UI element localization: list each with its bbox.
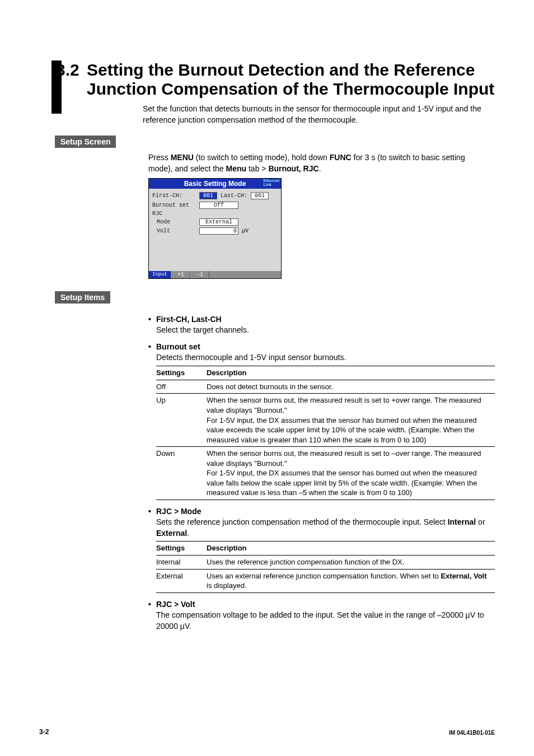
minus-one-button[interactable]: -1 (190, 271, 209, 278)
section-bar (51, 60, 62, 114)
text: (to switch to setting mode), hold down (194, 153, 330, 162)
cell-setting: Up (156, 394, 207, 447)
item-first-last: First-CH, Last-CH Select the target chan… (148, 315, 495, 336)
burnout-field[interactable]: Off (199, 202, 238, 209)
mode-field[interactable]: External (199, 218, 238, 226)
page: 3.2 Setting the Burnout Detection and th… (0, 0, 534, 756)
cell-desc: When the sensor burns out, the measured … (207, 394, 495, 447)
text: or (476, 517, 485, 526)
col-settings: Settings (156, 366, 207, 380)
item-rjc-volt: RJC > Volt The compensation voltage to b… (148, 600, 495, 632)
screenshot-body: First-CH: 001 Last-CH: 001 Burnout set O… (149, 189, 281, 271)
menu-path: Burnout, RJC (268, 164, 318, 173)
section-heading: 3.2 Setting the Burnout Detection and th… (39, 60, 495, 98)
setup-items-heading: Setup Items (55, 291, 110, 304)
table-row: Off Does not detect burnouts in the sens… (156, 380, 495, 394)
func-key: FUNC (330, 153, 352, 162)
first-ch-label: First-CH: (152, 193, 199, 199)
text: . (187, 529, 189, 538)
page-number: 3-2 (39, 728, 49, 736)
mode-label: Mode (152, 219, 199, 225)
table-row: External Uses an external reference junc… (156, 569, 495, 592)
cell-setting: External (156, 569, 207, 592)
table-row: Down When the sensor burns out, the meas… (156, 447, 495, 500)
cell-setting: Down (156, 447, 207, 500)
cell-desc: Does not detect burnouts in the sensor. (207, 380, 495, 394)
text: . (319, 164, 321, 173)
item-desc: Detects thermocouple and 1-5V input sens… (156, 352, 495, 363)
internal-bold: Internal (448, 517, 476, 526)
item-desc: The compensation voltage to be added to … (156, 610, 495, 632)
cell-desc: When the sensor burns out, the measured … (207, 447, 495, 500)
burnout-label: Burnout set (152, 202, 199, 208)
volt-unit: µV (242, 228, 249, 234)
doc-id: IM 04L41B01-01E (449, 730, 495, 736)
last-ch-label: Last-CH: (221, 193, 251, 199)
item-title: Burnout set (148, 342, 495, 351)
col-settings: Settings (156, 542, 207, 556)
burnout-table: Settings Description Off Does not detect… (156, 366, 495, 500)
setup-screen-instruction: Press MENU (to switch to setting mode), … (148, 152, 489, 174)
menu-key: MENU (171, 153, 194, 162)
col-description: Description (207, 542, 495, 556)
item-title: RJC > Volt (148, 600, 495, 609)
intro-paragraph: Set the function that detects burnouts i… (143, 104, 495, 125)
col-description: Description (207, 366, 495, 380)
rjc-label: RJC (152, 211, 199, 217)
item-desc: Sets the reference junction compensation… (156, 517, 495, 539)
plus-one-button[interactable]: +1 (171, 271, 190, 278)
table-row: Internal Uses the reference junction com… (156, 556, 495, 570)
last-ch-field[interactable]: 001 (251, 192, 269, 199)
first-ch-field[interactable]: 001 (199, 192, 217, 199)
table-row: Up When the sensor burns out, the measur… (156, 394, 495, 447)
cell-desc: Uses an external reference junction comp… (207, 569, 495, 592)
ethernet-icon: EthernetLink (264, 179, 279, 186)
rjc-mode-table: Settings Description Internal Uses the r… (156, 541, 495, 593)
item-burnout-set: Burnout set Detects thermocouple and 1-5… (148, 342, 495, 500)
volt-field[interactable]: 0 (199, 227, 238, 235)
cell-setting: Internal (156, 556, 207, 570)
menu-tab: Menu (226, 164, 247, 173)
text: Press (148, 153, 171, 162)
input-tab[interactable]: Input (149, 271, 171, 278)
device-screenshot: Basic Setting Mode EthernetLink First-CH… (148, 178, 282, 279)
item-rjc-mode: RJC > Mode Sets the reference junction c… (148, 507, 495, 593)
item-title: First-CH, Last-CH (148, 315, 495, 324)
item-desc: Select the target channels. (156, 325, 495, 336)
item-title: RJC > Mode (148, 507, 495, 516)
section-number: 3.2 (39, 60, 87, 79)
section-title: Setting the Burnout Detection and the Re… (87, 60, 495, 98)
external-bold: External (156, 529, 187, 538)
screenshot-footer: Input +1 -1 (149, 271, 281, 278)
text: tab > (246, 164, 268, 173)
screenshot-title-bar: Basic Setting Mode EthernetLink (149, 179, 281, 189)
cell-setting: Off (156, 380, 207, 394)
volt-label: Volt (152, 228, 199, 234)
screenshot-title: Basic Setting Mode (184, 180, 246, 188)
cell-desc: Uses the reference junction compensation… (207, 556, 495, 570)
text: Sets the reference junction compensation… (156, 517, 448, 526)
setup-screen-heading: Setup Screen (55, 136, 116, 148)
